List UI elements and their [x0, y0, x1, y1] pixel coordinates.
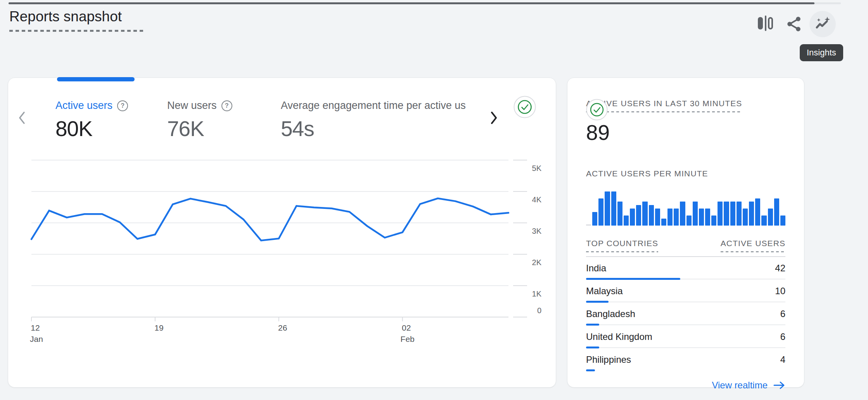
minute-bar [661, 219, 666, 226]
metric-value: 80K [55, 116, 128, 141]
country-bar-fill [586, 278, 680, 280]
minute-bar [636, 205, 641, 226]
metric-label: Active users [55, 100, 112, 112]
top-countries-table: TOP COUNTRIES ACTIVE USERS India42Malays… [586, 239, 785, 371]
country-bar-fill [586, 301, 609, 303]
country-name: Malaysia [586, 286, 623, 297]
overview-card: Active users ? 80K New users ? 76K Avera… [8, 78, 556, 388]
minute-bar [605, 191, 610, 226]
minute-bar [649, 205, 654, 226]
country-bar-fill [586, 347, 599, 348]
svg-text:Jan: Jan [30, 334, 43, 343]
column-header-active-users: ACTIVE USERS [721, 239, 785, 252]
country-active-users: 10 [775, 286, 785, 297]
minute-bar [743, 209, 748, 226]
country-row: India42 [586, 257, 785, 280]
svg-text:1K: 1K [532, 290, 542, 298]
minute-bar [611, 191, 616, 226]
metric-value: 76K [167, 116, 232, 141]
page-title: Reports snapshot [9, 9, 144, 32]
minute-bar [617, 202, 622, 226]
metric-avg-engagement-time[interactable]: Average engagement time per active us 54… [281, 100, 466, 141]
minute-bar [674, 209, 679, 226]
comparison-icon-divider [765, 16, 766, 31]
arrow-right-icon [773, 381, 785, 390]
minute-bar [655, 209, 660, 226]
minute-bar [680, 202, 685, 226]
country-name: Bangladesh [586, 309, 635, 319]
country-row: United Kingdom6 [586, 326, 785, 348]
title-dashed-underline [9, 30, 144, 32]
minute-bar [705, 209, 710, 226]
metric-active-users[interactable]: Active users ? 80K [55, 100, 128, 141]
minute-bar [711, 216, 716, 226]
per-minute-label: ACTIVE USERS PER MINUTE [586, 169, 785, 178]
view-realtime-link[interactable]: View realtime [586, 380, 785, 391]
minute-bar [624, 216, 629, 226]
country-bar-track [586, 347, 785, 348]
comparison-icon-left [758, 17, 763, 29]
minute-bar [592, 212, 597, 226]
svg-text:02: 02 [402, 323, 411, 332]
country-bar-track [586, 302, 785, 302]
minute-bar [630, 209, 635, 226]
insights-icon[interactable] [809, 11, 836, 37]
column-header-countries: TOP COUNTRIES [586, 239, 658, 252]
minute-bar [724, 202, 729, 226]
country-name: India [586, 263, 606, 274]
minute-bar [761, 216, 766, 226]
help-icon[interactable]: ? [117, 100, 128, 111]
country-row: Malaysia10 [586, 280, 785, 303]
svg-text:2K: 2K [532, 258, 542, 267]
svg-text:0: 0 [537, 306, 541, 315]
minute-bar [749, 202, 754, 226]
minute-bar [730, 202, 735, 226]
minute-bar [586, 224, 591, 226]
realtime-header: ACTIVE USERS IN LAST 30 MINUTES [586, 99, 742, 112]
svg-text:3K: 3K [532, 227, 542, 235]
country-active-users: 6 [780, 331, 785, 342]
minute-bar [780, 216, 785, 226]
realtime-card: ACTIVE USERS IN LAST 30 MINUTES 89 ACTIV… [567, 78, 804, 388]
svg-text:19: 19 [154, 323, 163, 332]
metric-value: 54s [281, 116, 466, 141]
share-icon[interactable] [785, 16, 802, 34]
minute-bar [768, 209, 773, 226]
metric-label: New users [167, 100, 217, 112]
horizontal-scrollbar-thumb[interactable] [9, 2, 814, 4]
active-tab-indicator [57, 77, 135, 81]
minute-bar [737, 202, 742, 226]
check-circle-icon[interactable] [586, 99, 608, 122]
help-icon[interactable]: ? [221, 100, 232, 111]
view-realtime-label: View realtime [712, 380, 768, 391]
comparison-icon[interactable] [758, 16, 775, 31]
minute-bar [718, 202, 723, 226]
metric-new-users[interactable]: New users ? 76K [167, 100, 232, 141]
svg-text:Feb: Feb [401, 334, 415, 343]
country-active-users: 4 [780, 354, 785, 365]
minute-bar [686, 216, 692, 226]
carousel-prev-button[interactable] [17, 110, 27, 127]
metric-label: Average engagement time per active us [281, 100, 466, 112]
page-title-text: Reports snapshot [9, 9, 122, 24]
minute-bar [699, 209, 704, 226]
comparison-icon-right [768, 17, 773, 29]
svg-text:5K: 5K [532, 164, 542, 172]
horizontal-scrollbar-track[interactable] [9, 2, 841, 4]
country-row: Bangladesh6 [586, 303, 785, 326]
svg-text:12: 12 [31, 323, 40, 332]
minute-bar [642, 202, 647, 226]
svg-text:4K: 4K [532, 195, 542, 204]
country-active-users: 6 [780, 309, 785, 319]
active-users-30min-value: 89 [586, 120, 785, 145]
active-users-per-minute-bar-chart [586, 191, 785, 226]
minute-bar [693, 202, 698, 226]
country-bar-fill [586, 324, 599, 326]
insights-tooltip: Insights [800, 44, 843, 61]
data-quality-check-icon[interactable] [514, 96, 536, 120]
carousel-next-button[interactable] [489, 110, 498, 127]
country-bar-track [586, 324, 785, 325]
minute-bar [598, 198, 603, 226]
minute-bar [667, 209, 673, 226]
minute-bar [755, 198, 760, 226]
